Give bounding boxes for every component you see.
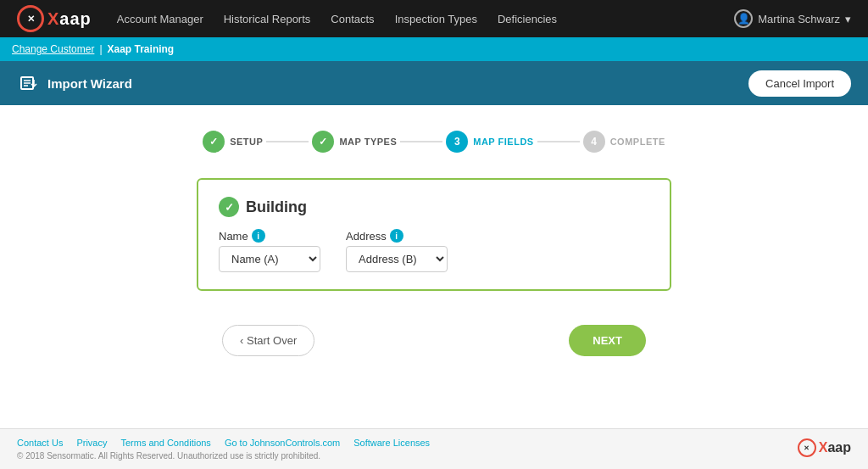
building-card: ✓ Building Name i Name (A) Name (B) Name… [197,178,671,291]
building-address-select[interactable]: Address (A) Address (B) Address (C) [346,246,448,272]
breadcrumb-bar: Change Customer | Xaap Training [0,37,868,61]
step-setup: ✓ SETUP [203,131,263,153]
import-wizard-icon [17,71,41,95]
building-name-label: Name [219,230,248,243]
main-content: ✓ SETUP ✓ MAP TYPES 3 MAP FIELDS 4 COMPL… [0,105,868,428]
building-name-info-icon[interactable]: i [252,229,265,243]
step-connector-3 [537,141,580,142]
cancel-import-button[interactable]: Cancel Import [748,70,851,97]
building-address-label-row: Address i [346,229,448,243]
step-setup-label: SETUP [230,137,263,147]
step-map-types-circle: ✓ [312,131,334,153]
logo[interactable]: ✕ Xaap [17,5,92,32]
step-complete-circle: 4 [583,131,605,153]
footer-terms[interactable]: Terms and Conditions [120,438,210,448]
footer-links: Contact Us Privacy Terms and Conditions … [17,438,851,448]
nav-historical-reports[interactable]: Historical Reports [224,13,311,25]
step-complete: 4 COMPLETE [583,131,665,153]
wizard-stepper: ✓ SETUP ✓ MAP TYPES 3 MAP FIELDS 4 COMPL… [203,131,665,153]
change-customer-link[interactable]: Change Customer [12,43,94,55]
footer-copyright: © 2018 Sensormatic. All Rights Reserved.… [17,451,851,461]
step-map-fields-label: MAP FIELDS [473,137,533,147]
step-complete-label: COMPLETE [610,137,665,147]
footer-logo: ✕ Xaap [798,438,851,457]
footer-logo-text: Xaap [819,440,851,455]
next-button[interactable]: NEXT [569,325,646,356]
building-title-text: Building [246,198,307,216]
building-check-icon: ✓ [219,197,239,217]
step-map-fields-circle: 3 [446,131,468,153]
nav-account-manager[interactable]: Account Manager [117,13,203,25]
top-navigation: ✕ Xaap Account Manager Historical Report… [0,0,868,37]
building-name-field: Name i Name (A) Name (B) Name (C) [219,229,320,272]
building-address-field: Address i Address (A) Address (B) Addres… [346,229,448,272]
breadcrumb-current: Xaap Training [108,43,175,55]
footer-logo-icon: ✕ [798,438,816,457]
start-over-button[interactable]: ‹ Start Over [222,325,314,356]
building-card-title: ✓ Building [219,197,649,217]
building-address-info-icon[interactable]: i [390,229,403,243]
footer-johnson-controls[interactable]: Go to JohnsonControls.com [225,438,340,448]
step-map-types-label: MAP TYPES [339,137,397,147]
footer-privacy[interactable]: Privacy [76,438,107,448]
building-fields: Name i Name (A) Name (B) Name (C) Addres… [219,229,649,272]
nav-deficiencies[interactable]: Deficiencies [498,13,557,25]
logo-icon: ✕ [17,5,44,32]
step-connector-1 [266,141,309,142]
nav-contacts[interactable]: Contacts [331,13,374,25]
nav-inspection-types[interactable]: Inspection Types [395,13,477,25]
user-menu[interactable]: 👤 Martina Schwarz ▾ [734,9,851,28]
building-address-label: Address [346,230,387,243]
nav-links: Account Manager Historical Reports Conta… [117,13,734,25]
logo-text: Xaap [47,9,92,29]
step-map-types: ✓ MAP TYPES [312,131,397,153]
building-name-label-row: Name i [219,229,320,243]
import-wizard-title: Import Wizard [17,71,132,95]
building-name-select[interactable]: Name (A) Name (B) Name (C) [219,246,320,272]
footer-software-licenses[interactable]: Software Licenses [353,438,430,448]
header-bar: Import Wizard Cancel Import [0,61,868,105]
import-wizard-label: Import Wizard [47,76,132,91]
step-connector-2 [400,141,442,142]
breadcrumb-separator: | [99,43,102,55]
footer-contact-us[interactable]: Contact Us [17,438,63,448]
user-name: Martina Schwarz [758,13,840,25]
chevron-down-icon: ▾ [845,13,851,25]
action-buttons: ‹ Start Over NEXT [17,325,851,356]
step-setup-circle: ✓ [203,131,225,153]
user-avatar-icon: 👤 [734,9,753,28]
footer: Contact Us Privacy Terms and Conditions … [0,428,868,469]
step-map-fields: 3 MAP FIELDS [446,131,533,153]
